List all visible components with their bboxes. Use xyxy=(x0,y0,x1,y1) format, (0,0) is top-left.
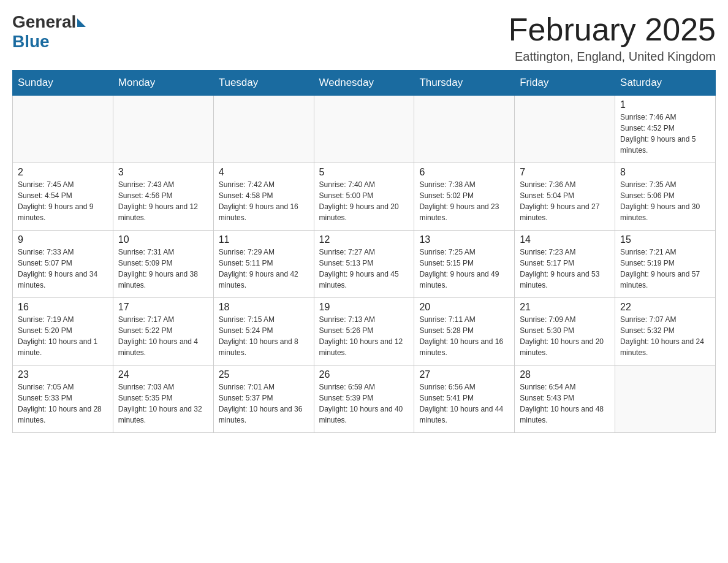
calendar-day-cell xyxy=(515,96,615,163)
day-info: Sunrise: 7:38 AMSunset: 5:02 PMDaylight:… xyxy=(419,179,509,223)
logo-general-text: General xyxy=(12,12,76,32)
day-number: 14 xyxy=(520,234,610,245)
location-subtitle: Eattington, England, United Kingdom xyxy=(509,50,716,64)
calendar-day-cell: 23Sunrise: 7:05 AMSunset: 5:33 PMDayligh… xyxy=(13,366,113,433)
day-info: Sunrise: 7:45 AMSunset: 4:54 PMDaylight:… xyxy=(18,179,108,223)
day-info: Sunrise: 7:25 AMSunset: 5:15 PMDaylight:… xyxy=(419,247,509,291)
day-of-week-header: Saturday xyxy=(615,71,716,96)
calendar-week-row: 16Sunrise: 7:19 AMSunset: 5:20 PMDayligh… xyxy=(13,298,716,366)
calendar-week-row: 23Sunrise: 7:05 AMSunset: 5:33 PMDayligh… xyxy=(13,366,716,433)
calendar-day-cell: 28Sunrise: 6:54 AMSunset: 5:43 PMDayligh… xyxy=(515,366,615,433)
day-info: Sunrise: 7:07 AMSunset: 5:32 PMDaylight:… xyxy=(620,314,710,358)
day-info: Sunrise: 7:11 AMSunset: 5:28 PMDaylight:… xyxy=(419,314,509,358)
day-number: 20 xyxy=(419,302,509,313)
day-info: Sunrise: 7:09 AMSunset: 5:30 PMDaylight:… xyxy=(520,314,610,358)
calendar-day-cell xyxy=(113,96,213,163)
day-number: 9 xyxy=(18,234,108,245)
day-info: Sunrise: 7:01 AMSunset: 5:37 PMDaylight:… xyxy=(219,381,309,426)
calendar-day-cell xyxy=(13,96,113,163)
day-number: 22 xyxy=(620,302,710,313)
day-number: 6 xyxy=(419,167,509,178)
calendar-day-cell: 15Sunrise: 7:21 AMSunset: 5:19 PMDayligh… xyxy=(615,231,716,298)
day-number: 26 xyxy=(319,369,409,380)
day-number: 12 xyxy=(319,234,409,245)
calendar-day-cell xyxy=(213,96,314,163)
calendar-day-cell: 2Sunrise: 7:45 AMSunset: 4:54 PMDaylight… xyxy=(13,163,113,231)
day-number: 21 xyxy=(520,302,610,313)
day-info: Sunrise: 6:56 AMSunset: 5:41 PMDaylight:… xyxy=(419,381,509,426)
calendar-day-cell: 17Sunrise: 7:17 AMSunset: 5:22 PMDayligh… xyxy=(113,298,213,366)
day-info: Sunrise: 7:36 AMSunset: 5:04 PMDaylight:… xyxy=(520,179,610,223)
day-info: Sunrise: 7:40 AMSunset: 5:00 PMDaylight:… xyxy=(319,179,409,223)
day-number: 24 xyxy=(118,369,208,380)
title-area: February 2025 Eattington, England, Unite… xyxy=(509,12,716,64)
day-info: Sunrise: 7:13 AMSunset: 5:26 PMDaylight:… xyxy=(319,314,409,358)
calendar-day-cell: 10Sunrise: 7:31 AMSunset: 5:09 PMDayligh… xyxy=(113,231,213,298)
month-title: February 2025 xyxy=(509,12,716,47)
calendar-day-cell: 16Sunrise: 7:19 AMSunset: 5:20 PMDayligh… xyxy=(13,298,113,366)
day-of-week-header: Sunday xyxy=(13,71,113,96)
day-number: 11 xyxy=(219,234,309,245)
day-info: Sunrise: 7:27 AMSunset: 5:13 PMDaylight:… xyxy=(319,247,409,291)
day-info: Sunrise: 7:21 AMSunset: 5:19 PMDaylight:… xyxy=(620,247,710,291)
calendar-header-row: SundayMondayTuesdayWednesdayThursdayFrid… xyxy=(13,71,716,96)
calendar-day-cell: 22Sunrise: 7:07 AMSunset: 5:32 PMDayligh… xyxy=(615,298,716,366)
day-info: Sunrise: 6:59 AMSunset: 5:39 PMDaylight:… xyxy=(319,381,409,426)
calendar-day-cell: 6Sunrise: 7:38 AMSunset: 5:02 PMDaylight… xyxy=(414,163,515,231)
logo-arrow-icon xyxy=(77,18,86,27)
day-number: 25 xyxy=(219,369,309,380)
calendar-day-cell: 25Sunrise: 7:01 AMSunset: 5:37 PMDayligh… xyxy=(213,366,314,433)
day-info: Sunrise: 7:43 AMSunset: 4:56 PMDaylight:… xyxy=(118,179,208,223)
calendar-table: SundayMondayTuesdayWednesdayThursdayFrid… xyxy=(12,70,716,433)
calendar-week-row: 1Sunrise: 7:46 AMSunset: 4:52 PMDaylight… xyxy=(13,96,716,163)
day-number: 10 xyxy=(118,234,208,245)
calendar-day-cell: 9Sunrise: 7:33 AMSunset: 5:07 PMDaylight… xyxy=(13,231,113,298)
day-number: 16 xyxy=(18,302,108,313)
calendar-day-cell: 13Sunrise: 7:25 AMSunset: 5:15 PMDayligh… xyxy=(414,231,515,298)
day-info: Sunrise: 7:33 AMSunset: 5:07 PMDaylight:… xyxy=(18,247,108,291)
day-number: 7 xyxy=(520,167,610,178)
calendar-day-cell: 12Sunrise: 7:27 AMSunset: 5:13 PMDayligh… xyxy=(314,231,414,298)
day-of-week-header: Wednesday xyxy=(314,71,414,96)
calendar-day-cell: 5Sunrise: 7:40 AMSunset: 5:00 PMDaylight… xyxy=(314,163,414,231)
day-of-week-header: Thursday xyxy=(414,71,515,96)
day-number: 17 xyxy=(118,302,208,313)
calendar-day-cell: 1Sunrise: 7:46 AMSunset: 4:52 PMDaylight… xyxy=(615,96,716,163)
day-number: 13 xyxy=(419,234,509,245)
calendar-day-cell: 4Sunrise: 7:42 AMSunset: 4:58 PMDaylight… xyxy=(213,163,314,231)
day-number: 2 xyxy=(18,167,108,178)
logo-blue-text: Blue xyxy=(12,32,50,52)
page-header: General Blue February 2025 Eattington, E… xyxy=(12,12,716,64)
calendar-day-cell: 27Sunrise: 6:56 AMSunset: 5:41 PMDayligh… xyxy=(414,366,515,433)
day-number: 3 xyxy=(118,167,208,178)
day-number: 23 xyxy=(18,369,108,380)
day-info: Sunrise: 7:23 AMSunset: 5:17 PMDaylight:… xyxy=(520,247,610,291)
day-info: Sunrise: 7:35 AMSunset: 5:06 PMDaylight:… xyxy=(620,179,710,223)
day-of-week-header: Tuesday xyxy=(213,71,314,96)
day-info: Sunrise: 7:29 AMSunset: 5:11 PMDaylight:… xyxy=(219,247,309,291)
calendar-day-cell xyxy=(414,96,515,163)
day-info: Sunrise: 7:31 AMSunset: 5:09 PMDaylight:… xyxy=(118,247,208,291)
day-info: Sunrise: 7:42 AMSunset: 4:58 PMDaylight:… xyxy=(219,179,309,223)
day-info: Sunrise: 7:05 AMSunset: 5:33 PMDaylight:… xyxy=(18,381,108,426)
day-of-week-header: Monday xyxy=(113,71,213,96)
day-of-week-header: Friday xyxy=(515,71,615,96)
day-number: 18 xyxy=(219,302,309,313)
calendar-week-row: 2Sunrise: 7:45 AMSunset: 4:54 PMDaylight… xyxy=(13,163,716,231)
calendar-day-cell: 18Sunrise: 7:15 AMSunset: 5:24 PMDayligh… xyxy=(213,298,314,366)
calendar-day-cell: 3Sunrise: 7:43 AMSunset: 4:56 PMDaylight… xyxy=(113,163,213,231)
calendar-day-cell: 20Sunrise: 7:11 AMSunset: 5:28 PMDayligh… xyxy=(414,298,515,366)
calendar-day-cell: 11Sunrise: 7:29 AMSunset: 5:11 PMDayligh… xyxy=(213,231,314,298)
calendar-day-cell: 8Sunrise: 7:35 AMSunset: 5:06 PMDaylight… xyxy=(615,163,716,231)
day-info: Sunrise: 7:03 AMSunset: 5:35 PMDaylight:… xyxy=(118,381,208,426)
calendar-day-cell: 7Sunrise: 7:36 AMSunset: 5:04 PMDaylight… xyxy=(515,163,615,231)
calendar-day-cell: 24Sunrise: 7:03 AMSunset: 5:35 PMDayligh… xyxy=(113,366,213,433)
calendar-day-cell: 26Sunrise: 6:59 AMSunset: 5:39 PMDayligh… xyxy=(314,366,414,433)
day-info: Sunrise: 7:46 AMSunset: 4:52 PMDaylight:… xyxy=(620,112,710,156)
calendar-day-cell: 21Sunrise: 7:09 AMSunset: 5:30 PMDayligh… xyxy=(515,298,615,366)
day-number: 5 xyxy=(319,167,409,178)
day-number: 8 xyxy=(620,167,710,178)
calendar-day-cell xyxy=(314,96,414,163)
day-number: 19 xyxy=(319,302,409,313)
day-info: Sunrise: 7:15 AMSunset: 5:24 PMDaylight:… xyxy=(219,314,309,358)
